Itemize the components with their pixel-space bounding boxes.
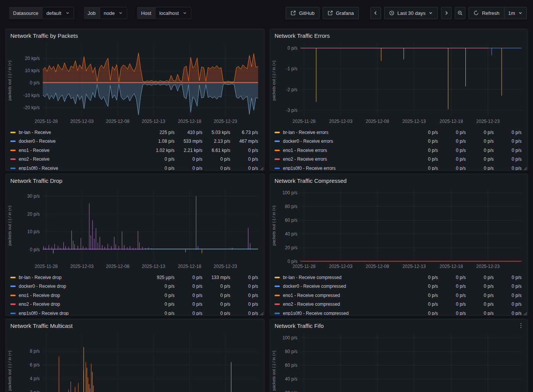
legend-item[interactable]: br-lan - Receive225 p/s410 p/s5.03 kp/s6… xyxy=(10,128,258,137)
legend-series-label[interactable]: docker0 - Receive compressed xyxy=(283,284,346,289)
chart-canvas[interactable]: 100 p/s80 p/s60 p/s40 p/s20 p/s0 p/s2025… xyxy=(270,187,528,272)
legend-value: 0 p/s xyxy=(410,275,438,280)
legend-series-label[interactable]: enp1s0f0 - Receive xyxy=(19,166,58,170)
legend-values: 0 p/s0 p/s0 p/s0 p/s xyxy=(410,293,522,298)
legend-value: 0 p/s xyxy=(174,293,202,298)
legend-series-label[interactable]: eno1 - Receive xyxy=(19,148,50,153)
legend-item[interactable]: eno2 - Receive compressed0 p/s0 p/s0 p/s… xyxy=(275,300,522,309)
legend-series-swatch xyxy=(275,140,280,142)
legend-series-label[interactable]: eno2 - Receive errors xyxy=(283,156,327,162)
panel-resize-handle[interactable] xyxy=(523,310,527,315)
panel-header: Network Traffic Fifo xyxy=(270,319,528,332)
legend-value: 6.61 kp/s xyxy=(202,148,230,153)
legend-series-swatch xyxy=(10,140,16,142)
legend-series-label[interactable]: br-lan - Receive drop xyxy=(19,275,61,280)
legend-item[interactable]: enp1s0f0 - Receive drop0 p/s0 p/s0 p/s0 … xyxy=(10,309,258,315)
legend-item[interactable]: enp1s0f0 - Receive errors0 p/s0 p/s0 p/s… xyxy=(275,164,522,170)
legend-value: 0 p/s xyxy=(494,166,522,170)
refresh-interval-picker[interactable]: 1m xyxy=(504,7,527,19)
panel-menu-icon[interactable]: ⋮ xyxy=(517,321,525,330)
legend-item[interactable]: enp1s0f0 - Receive0 p/s0 p/s0 p/s0 p/s xyxy=(10,164,258,170)
legend-value: 0 p/s xyxy=(438,148,466,153)
legend-value: 0 p/s xyxy=(174,156,202,162)
panel-resize-handle[interactable] xyxy=(259,165,264,170)
time-shift-forward-button[interactable] xyxy=(441,7,452,19)
variable-datasource-picker[interactable]: default xyxy=(42,7,74,19)
legend-series-label[interactable]: docker0 - Receive drop xyxy=(19,284,66,289)
legend-series-label[interactable]: eno1 - Receive drop xyxy=(19,293,60,298)
legend-item[interactable]: docker0 - Receive compressed0 p/s0 p/s0 … xyxy=(275,282,522,291)
legend-value: 1.02 kp/s xyxy=(147,148,174,153)
svg-text:40 p/s: 40 p/s xyxy=(285,376,297,382)
chart-canvas[interactable]: 20 kp/s10 kp/s0 p/s-10 kp/s-20 kp/s2025-… xyxy=(6,42,264,127)
chart-network-traffic-errors[interactable]: 0 p/s-1 p/s-2 p/s-3 p/s2025-11-282025-12… xyxy=(270,42,528,127)
legend-series-label[interactable]: eno2 - Receive xyxy=(19,156,50,162)
legend-value: 0 p/s xyxy=(230,302,258,307)
legend-series-label[interactable]: eno2 - Receive drop xyxy=(19,302,60,307)
time-shift-back-button[interactable] xyxy=(370,7,381,19)
panel-title[interactable]: Network Traffic Multicast xyxy=(10,323,73,329)
legend-item[interactable]: br-lan - Receive errors0 p/s0 p/s0 p/s0 … xyxy=(275,128,522,137)
legend-series-label[interactable]: eno2 - Receive compressed xyxy=(283,302,340,307)
svg-text:2025-12-03: 2025-12-03 xyxy=(329,264,353,269)
legend-series-label[interactable]: enp1s0f0 - Receive errors xyxy=(283,166,336,170)
chart-network-traffic-drop[interactable]: 30 p/s20 p/s10 p/s0 p/s2025-11-282025-12… xyxy=(6,187,264,272)
legend-series-label[interactable]: br-lan - Receive errors xyxy=(283,130,328,135)
legend-series-label[interactable]: br-lan - Receive xyxy=(19,130,51,135)
github-link-button[interactable]: GitHub xyxy=(286,7,319,19)
legend-item[interactable]: eno1 - Receive1.02 kp/s2.21 kp/s6.61 kp/… xyxy=(10,146,258,155)
legend-item[interactable]: eno1 - Receive compressed0 p/s0 p/s0 p/s… xyxy=(275,291,522,300)
variable-job-picker[interactable]: node xyxy=(100,7,128,19)
panel-title[interactable]: Network Traffic by Packets xyxy=(10,32,78,39)
chart-network-traffic-fifo[interactable]: 100 p/s80 p/s60 p/s40 p/s20 p/s0 p/s2025… xyxy=(270,332,528,392)
panel-network-traffic-fifo: Network Traffic Fifo ⋮ 100 p/s80 p/s60 p… xyxy=(270,319,528,392)
chart-network-traffic-by-packets[interactable]: 20 kp/s10 kp/s0 p/s-10 kp/s-20 kp/s2025-… xyxy=(6,42,264,127)
legend-series-label[interactable]: eno1 - Receive compressed xyxy=(283,293,340,298)
zoom-out-button[interactable] xyxy=(455,7,465,19)
legend-value: 0 p/s xyxy=(410,284,438,289)
time-range-picker[interactable]: Last 30 days xyxy=(384,7,438,19)
legend-item[interactable]: eno1 - Receive errors0 p/s0 p/s0 p/s0 p/… xyxy=(275,146,522,155)
refresh-button[interactable]: Refresh xyxy=(468,7,504,19)
svg-text:2025-12-13: 2025-12-13 xyxy=(142,264,165,269)
panel-resize-handle[interactable] xyxy=(259,310,264,315)
legend-series-label[interactable]: br-lan - Receive compressed xyxy=(283,275,341,280)
chart-network-traffic-compressed[interactable]: 100 p/s80 p/s60 p/s40 p/s20 p/s0 p/s2025… xyxy=(270,187,528,272)
panel-title[interactable]: Network Traffic Drop xyxy=(10,177,62,184)
legend-series-label[interactable]: docker0 - Receive errors xyxy=(283,139,333,144)
legend-item[interactable]: docker0 - Receive drop0 p/s0 p/s0 p/s0 p… xyxy=(10,282,258,291)
legend-value: 0 p/s xyxy=(147,311,174,315)
svg-text:2025-12-18: 2025-12-18 xyxy=(178,119,202,124)
legend-series-label[interactable]: docker0 - Receive xyxy=(19,139,56,144)
svg-text:20 p/s: 20 p/s xyxy=(27,211,40,217)
legend-values: 0 p/s0 p/s0 p/s0 p/s xyxy=(147,311,258,315)
panel-title[interactable]: Network Traffic Errors xyxy=(275,32,330,39)
legend-item[interactable]: br-lan - Receive compressed0 p/s0 p/s0 p… xyxy=(275,273,522,282)
legend-item[interactable]: docker0 - Receive1.08 p/s533 mp/s2.13 p/… xyxy=(10,137,258,146)
legend-series-label[interactable]: enp1s0f0 - Receive compressed xyxy=(283,311,349,315)
variable-host-picker[interactable]: localhost xyxy=(155,7,191,19)
legend-series-label[interactable]: eno1 - Receive errors xyxy=(283,148,327,153)
chart-canvas[interactable]: 100 p/s80 p/s60 p/s40 p/s20 p/s0 p/s2025… xyxy=(270,332,528,392)
legend-item[interactable]: enp1s0f0 - Receive compressed0 p/s0 p/s0… xyxy=(275,309,522,315)
legend-item[interactable]: eno2 - Receive0 p/s0 p/s0 p/s0 p/s xyxy=(10,155,258,164)
legend-value: 0 p/s xyxy=(410,293,438,298)
chart-network-traffic-multicast[interactable]: 8 p/s6 p/s4 p/s2 p/s0 p/s2025-11-282025-… xyxy=(6,332,264,392)
chart-canvas[interactable]: 30 p/s20 p/s10 p/s0 p/s2025-11-282025-12… xyxy=(6,187,264,272)
legend-item[interactable]: br-lan - Receive drop925 µp/s0 p/s133 mp… xyxy=(10,273,258,282)
legend-item[interactable]: eno1 - Receive drop0 p/s0 p/s0 p/s0 p/s xyxy=(10,291,258,300)
legend-item[interactable]: eno2 - Receive drop0 p/s0 p/s0 p/s0 p/s xyxy=(10,300,258,309)
panel-title[interactable]: Network Traffic Fifo xyxy=(275,323,324,329)
chart-canvas[interactable]: 8 p/s6 p/s4 p/s2 p/s0 p/s2025-11-282025-… xyxy=(6,332,264,392)
grafana-link-button[interactable]: Grafana xyxy=(323,7,359,19)
svg-text:4 p/s: 4 p/s xyxy=(30,376,40,381)
legend-series-label[interactable]: enp1s0f0 - Receive drop xyxy=(19,311,69,315)
variable-value: node xyxy=(104,10,115,16)
svg-text:10 kp/s: 10 kp/s xyxy=(25,68,40,73)
legend-item[interactable]: eno2 - Receive errors0 p/s0 p/s0 p/s0 p/… xyxy=(275,155,522,164)
legend-item[interactable]: docker0 - Receive errors0 p/s0 p/s0 p/s0… xyxy=(275,137,522,146)
panel-resize-handle[interactable] xyxy=(523,165,527,170)
panel-title[interactable]: Network Traffic Compressed xyxy=(275,177,347,184)
legend-value: 0 p/s xyxy=(147,293,174,298)
chart-canvas[interactable]: 0 p/s-1 p/s-2 p/s-3 p/s2025-11-282025-12… xyxy=(270,42,528,127)
